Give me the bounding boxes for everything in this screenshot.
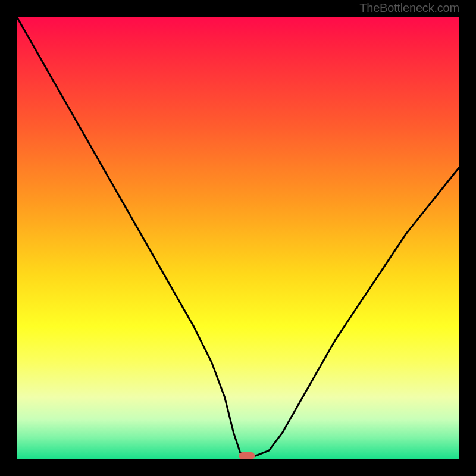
- plot-area: [17, 17, 459, 459]
- vertex-marker: [239, 452, 255, 459]
- bottleneck-curve: [17, 17, 459, 459]
- chart-frame: TheBottleneck.com: [0, 0, 476, 476]
- curve-line: [17, 17, 459, 456]
- watermark-text: TheBottleneck.com: [359, 1, 459, 15]
